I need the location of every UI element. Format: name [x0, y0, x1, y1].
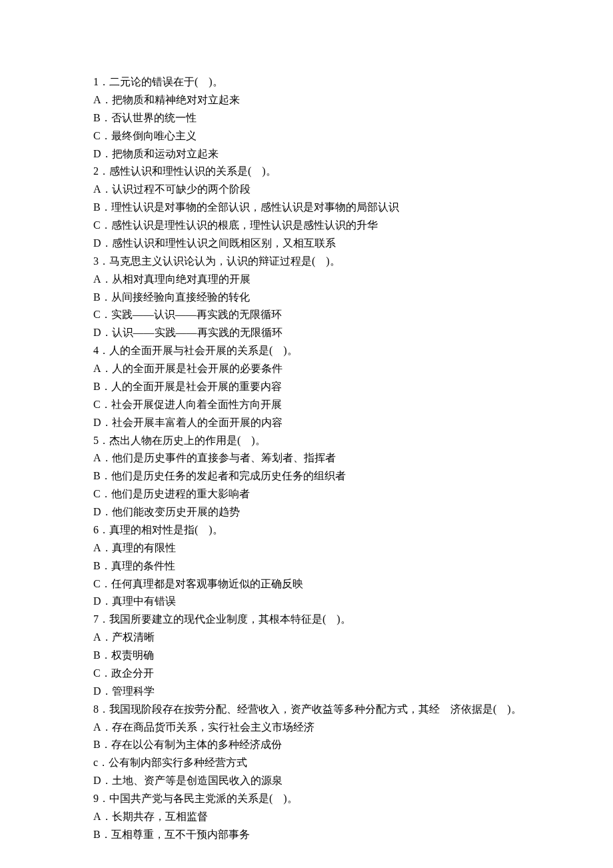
- question-block: 9．中国共产党与各民主党派的关系是( )。A．长期共存，互相监督B．互相尊重，互…: [93, 790, 533, 844]
- option-line: D．真理中有错误: [93, 593, 533, 611]
- option-line: A．从相对真理向绝对真理的开展: [93, 271, 533, 289]
- option-line: A．人的全面开展是社会开展的必要条件: [93, 360, 533, 378]
- option-line: D．社会开展丰富着人的全面开展的内容: [93, 414, 533, 432]
- question-block: 7．我国所要建立的现代企业制度，其根本特征是( )。A．产权清晰B．权责明确C．…: [93, 611, 533, 700]
- option-line: A．长期共存，互相监督: [93, 808, 533, 826]
- question-stem: 9．中国共产党与各民主党派的关系是( )。: [93, 790, 533, 808]
- option-line: D．他们能改变历史开展的趋势: [93, 503, 533, 521]
- question-block: 8．我国现阶段存在按劳分配、经营收入，资产收益等多种分配方式，其经 济依据是( …: [93, 701, 533, 790]
- option-line: C．最终倒向唯心主义: [93, 127, 533, 145]
- option-line: B．否认世界的统一性: [93, 109, 533, 127]
- option-line: B．理性认识是对事物的全部认识，感性认识是对事物的局部认识: [93, 199, 533, 217]
- question-stem: 3．马克思主义认识论认为，认识的辩证过程是( )。: [93, 253, 533, 271]
- option-line: B．权责明确: [93, 647, 533, 665]
- option-line: A．把物质和精神绝对对立起来: [93, 91, 533, 109]
- option-line: C．政企分开: [93, 665, 533, 683]
- option-line: C．社会开展促进人向着全面性方向开展: [93, 396, 533, 414]
- question-stem: 6．真理的相对性是指( )。: [93, 521, 533, 539]
- question-block: 5．杰出人物在历史上的作用是( )。A．他们是历史事件的直接参与者、筹划者、指挥…: [93, 432, 533, 521]
- option-line: A．产权清晰: [93, 629, 533, 647]
- option-line: C．实践——认识——再实践的无限循环: [93, 306, 533, 324]
- option-line: D．感性认识和理性认识之间既相区别，又相互联系: [93, 235, 533, 253]
- question-block: 3．马克思主义认识论认为，认识的辩证过程是( )。A．从相对真理向绝对真理的开展…: [93, 253, 533, 342]
- question-block: 6．真理的相对性是指( )。A．真理的有限性B．真理的条件性C．任何真理都是对客…: [93, 521, 533, 611]
- option-line: A．认识过程不可缺少的两个阶段: [93, 181, 533, 199]
- option-line: C．任何真理都是对客观事物近似的正确反映: [93, 575, 533, 593]
- option-line: C．他们是历史进程的重大影响者: [93, 485, 533, 503]
- question-block: 4．人的全面开展与社会开展的关系是( )。A．人的全面开展是社会开展的必要条件B…: [93, 342, 533, 431]
- question-block: 1．二元论的错误在于( )。A．把物质和精神绝对对立起来B．否认世界的统一性C．…: [93, 73, 533, 163]
- option-line: B．真理的条件性: [93, 557, 533, 575]
- option-line: B．人的全面开展是社会开展的重要内容: [93, 378, 533, 396]
- option-line: C．感性认识是理性认识的根底，理性认识是感性认识的升华: [93, 217, 533, 235]
- question-stem: 8．我国现阶段存在按劳分配、经营收入，资产收益等多种分配方式，其经 济依据是( …: [93, 701, 533, 719]
- question-stem: 5．杰出人物在历史上的作用是( )。: [93, 432, 533, 450]
- question-stem: 2．感性认识和理性认识的关系是( )。: [93, 163, 533, 181]
- option-line: B．互相尊重，互不干预内部事务: [93, 826, 533, 844]
- option-line: A．存在商品货币关系，实行社会主义市场经济: [93, 719, 533, 737]
- option-line: D．把物质和运动对立起来: [93, 145, 533, 163]
- option-line: D．认识——实践——再实践的无限循环: [93, 324, 533, 342]
- option-line: B．从间接经验向直接经验的转化: [93, 289, 533, 307]
- option-line: A．真理的有限性: [93, 539, 533, 557]
- option-line: D．土地、资产等是创造国民收入的源泉: [93, 772, 533, 790]
- question-block: 2．感性认识和理性认识的关系是( )。A．认识过程不可缺少的两个阶段B．理性认识…: [93, 163, 533, 252]
- option-line: B．存在以公有制为主体的多种经济成份: [93, 736, 533, 754]
- question-stem: 4．人的全面开展与社会开展的关系是( )。: [93, 342, 533, 360]
- option-line: c．公有制内部实行多种经营方式: [93, 754, 533, 772]
- question-stem: 7．我国所要建立的现代企业制度，其根本特征是( )。: [93, 611, 533, 629]
- questions-container: 1．二元论的错误在于( )。A．把物质和精神绝对对立起来B．否认世界的统一性C．…: [93, 73, 533, 844]
- option-line: D．管理科学: [93, 683, 533, 701]
- option-line: A．他们是历史事件的直接参与者、筹划者、指挥者: [93, 449, 533, 467]
- option-line: B．他们是历史任务的发起者和完成历史任务的组织者: [93, 467, 533, 485]
- question-stem: 1．二元论的错误在于( )。: [93, 73, 533, 91]
